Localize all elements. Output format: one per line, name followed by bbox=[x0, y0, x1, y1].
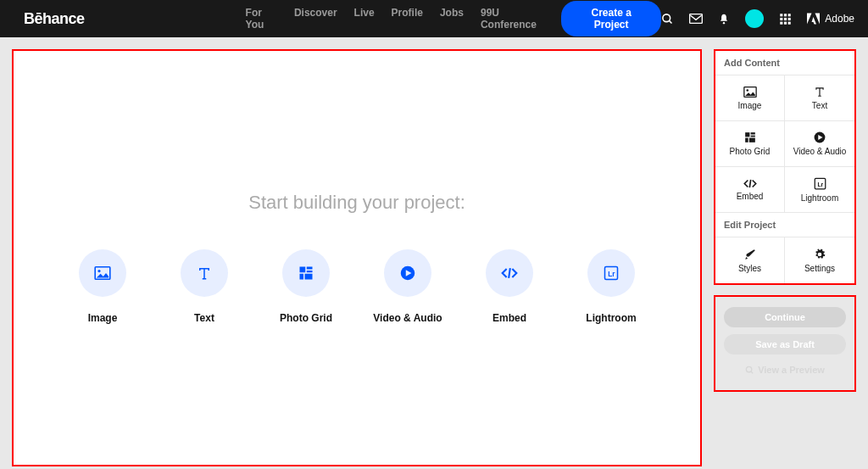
svg-rect-26 bbox=[745, 132, 749, 137]
nav-profile[interactable]: Profile bbox=[392, 7, 423, 31]
tool-text[interactable]: Text bbox=[785, 75, 854, 121]
svg-rect-2 bbox=[690, 14, 703, 24]
search-icon[interactable] bbox=[661, 13, 674, 25]
canvas-option-embed[interactable]: Embed bbox=[476, 249, 543, 324]
logo[interactable]: Bēhance bbox=[24, 10, 85, 28]
canvas-option-label: Photo Grid bbox=[280, 312, 332, 324]
continue-button[interactable]: Continue bbox=[724, 307, 846, 327]
svg-rect-12 bbox=[788, 21, 791, 24]
avatar[interactable] bbox=[745, 9, 764, 28]
canvas-option-image[interactable]: Image bbox=[69, 249, 136, 324]
tool-label: Photo Grid bbox=[730, 147, 771, 156]
save-draft-button[interactable]: Save as Draft bbox=[724, 334, 846, 355]
tool-label: Settings bbox=[804, 264, 835, 273]
nav-live[interactable]: Live bbox=[354, 7, 375, 31]
photo-grid-icon bbox=[744, 131, 756, 143]
svg-text:Lr: Lr bbox=[817, 181, 823, 187]
text-icon bbox=[197, 265, 212, 281]
svg-rect-6 bbox=[788, 14, 791, 16]
view-preview-link[interactable]: View a Preview bbox=[745, 365, 825, 375]
search-icon bbox=[745, 366, 754, 375]
adobe-label: Adobe bbox=[825, 13, 854, 25]
svg-rect-10 bbox=[781, 21, 783, 24]
svg-point-25 bbox=[746, 89, 748, 92]
nav-links: For You Discover Live Profile Jobs 99U C… bbox=[246, 7, 547, 31]
svg-rect-8 bbox=[784, 17, 787, 20]
preview-label: View a Preview bbox=[758, 365, 825, 375]
tool-label: Image bbox=[738, 101, 762, 110]
svg-line-1 bbox=[670, 20, 672, 23]
svg-rect-18 bbox=[300, 274, 304, 280]
edit-project-grid: Styles Settings bbox=[715, 237, 854, 283]
brush-icon bbox=[744, 248, 756, 260]
tool-label: Video & Audio bbox=[793, 147, 847, 156]
tool-video-audio[interactable]: Video & Audio bbox=[785, 121, 854, 167]
canvas-option-photo-grid[interactable]: Photo Grid bbox=[272, 249, 340, 324]
svg-line-36 bbox=[751, 371, 753, 372]
svg-rect-17 bbox=[307, 271, 313, 272]
project-canvas: Start building your project: Image Text … bbox=[12, 49, 702, 466]
svg-point-35 bbox=[747, 366, 752, 371]
nav-for-you[interactable]: For You bbox=[246, 7, 277, 31]
svg-rect-27 bbox=[750, 132, 754, 134]
canvas-option-lightroom[interactable]: Lr Lightroom bbox=[577, 249, 645, 324]
tool-settings[interactable]: Settings bbox=[785, 237, 854, 283]
image-icon bbox=[94, 266, 111, 280]
canvas-options: Image Text Photo Grid Video & Audio bbox=[69, 249, 645, 324]
image-icon bbox=[743, 87, 757, 98]
gear-icon bbox=[814, 248, 826, 260]
nav-right: Adobe bbox=[661, 9, 854, 28]
add-content-title: Add Content bbox=[715, 51, 854, 75]
svg-rect-15 bbox=[300, 267, 306, 273]
canvas-title: Start building your project: bbox=[248, 192, 465, 214]
embed-icon bbox=[743, 179, 757, 188]
svg-line-32 bbox=[749, 179, 750, 187]
apps-icon[interactable] bbox=[779, 13, 792, 25]
embed-icon bbox=[501, 267, 518, 279]
svg-rect-28 bbox=[750, 136, 754, 137]
svg-text:Lr: Lr bbox=[608, 271, 615, 278]
content: Start building your project: Image Text … bbox=[0, 37, 868, 469]
photo-grid-icon bbox=[298, 265, 314, 281]
topbar: Bēhance For You Discover Live Profile Jo… bbox=[0, 0, 868, 37]
tool-styles[interactable]: Styles bbox=[715, 237, 785, 283]
svg-rect-30 bbox=[748, 138, 754, 142]
play-icon bbox=[814, 131, 826, 143]
lightroom-icon: Lr bbox=[604, 265, 619, 281]
svg-point-0 bbox=[663, 14, 670, 21]
actions-panel: Continue Save as Draft View a Preview bbox=[714, 295, 856, 392]
canvas-option-label: Image bbox=[88, 312, 118, 324]
bell-icon[interactable] bbox=[718, 13, 730, 25]
canvas-option-label: Embed bbox=[492, 312, 526, 324]
play-icon bbox=[400, 265, 415, 281]
tool-label: Text bbox=[812, 101, 827, 110]
svg-rect-4 bbox=[781, 14, 783, 16]
right-column: Add Content Image Text bbox=[714, 49, 856, 466]
tool-embed[interactable]: Embed bbox=[715, 167, 785, 213]
svg-rect-11 bbox=[784, 21, 787, 24]
svg-rect-7 bbox=[781, 17, 783, 20]
canvas-option-video-audio[interactable]: Video & Audio bbox=[374, 249, 442, 324]
canvas-option-label: Lightroom bbox=[586, 312, 636, 324]
svg-rect-5 bbox=[784, 14, 787, 16]
text-icon bbox=[814, 86, 826, 98]
lightroom-icon: Lr bbox=[814, 177, 826, 190]
nav-conference[interactable]: 99U Conference bbox=[481, 7, 546, 31]
canvas-option-text[interactable]: Text bbox=[170, 249, 238, 324]
add-content-grid: Image Text Photo Grid bbox=[715, 75, 854, 213]
svg-rect-16 bbox=[307, 267, 313, 270]
tool-photo-grid[interactable]: Photo Grid bbox=[715, 121, 785, 167]
mail-icon[interactable] bbox=[689, 14, 703, 24]
adobe-link[interactable]: Adobe bbox=[807, 13, 854, 25]
svg-rect-19 bbox=[305, 274, 313, 280]
tool-lightroom[interactable]: Lr Lightroom bbox=[785, 167, 854, 213]
nav-discover[interactable]: Discover bbox=[294, 7, 337, 31]
svg-rect-29 bbox=[745, 138, 748, 142]
tool-label: Styles bbox=[738, 264, 761, 273]
nav-jobs[interactable]: Jobs bbox=[440, 7, 464, 31]
tool-image[interactable]: Image bbox=[715, 75, 785, 121]
svg-line-21 bbox=[509, 268, 510, 278]
create-project-button[interactable]: Create a Project bbox=[561, 1, 661, 36]
canvas-option-label: Text bbox=[194, 312, 214, 324]
tool-label: Embed bbox=[737, 192, 764, 201]
